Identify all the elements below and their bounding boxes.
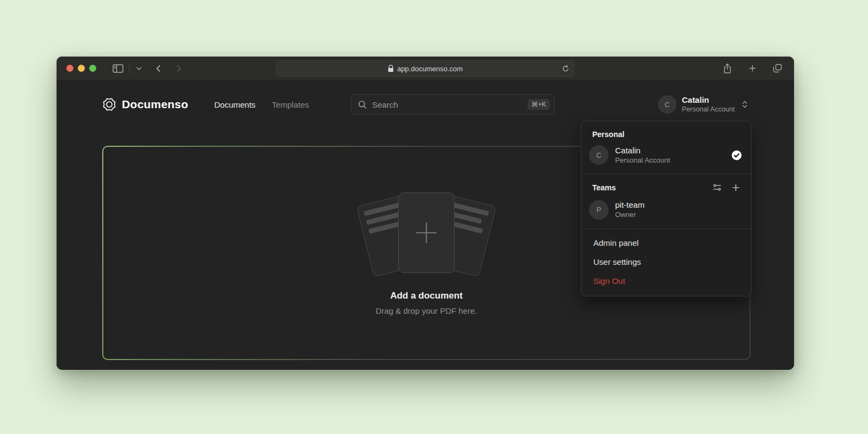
- menu-item-admin-panel[interactable]: Admin panel: [581, 233, 751, 252]
- teams-section-label: Teams: [592, 183, 704, 192]
- avatar: P: [589, 200, 609, 220]
- tab-overview-icon[interactable]: [771, 61, 784, 75]
- titlebar-divider: [129, 64, 129, 73]
- team-name: pit-team: [615, 200, 742, 210]
- menu-divider: [581, 173, 751, 174]
- personal-account-subtitle: Personal Account: [615, 156, 724, 165]
- dropzone-subtitle: Drag & drop your PDF here.: [376, 306, 478, 315]
- sidebar-toggle-icon[interactable]: [110, 62, 126, 75]
- dropzone-title: Add a document: [390, 290, 462, 301]
- menu-divider: [581, 228, 751, 229]
- avatar: C: [658, 95, 677, 114]
- search-bar[interactable]: ⌘+K: [351, 94, 555, 115]
- address-text: app.documenso.com: [397, 65, 463, 73]
- command-k-shortcut: ⌘+K: [528, 99, 550, 110]
- account-subtitle: Personal Account: [682, 106, 735, 114]
- search-icon: [358, 100, 367, 109]
- close-icon[interactable]: [66, 65, 73, 72]
- avatar: C: [589, 145, 609, 165]
- desktop-background: app.documenso.com: [0, 0, 868, 434]
- new-tab-icon[interactable]: [746, 62, 759, 75]
- documenso-brand[interactable]: Documenso: [102, 97, 188, 111]
- account-name: Catalin: [682, 95, 735, 106]
- nav-link-templates[interactable]: Templates: [272, 100, 309, 109]
- nav-link-documents[interactable]: Documents: [214, 100, 256, 109]
- share-icon[interactable]: [721, 61, 734, 76]
- selector-icon: [741, 100, 748, 109]
- app-content: Documenso Documents Templates ⌘+K C: [57, 80, 794, 369]
- menu-items: Admin panel User settings Sign Out: [581, 230, 751, 293]
- plus-icon: [414, 220, 439, 245]
- forward-icon[interactable]: [173, 62, 184, 75]
- document-cards-illustration: [350, 190, 503, 276]
- menu-item-user-settings[interactable]: User settings: [581, 252, 751, 271]
- personal-section-label: Personal: [581, 123, 751, 144]
- menu-item-sign-out[interactable]: Sign Out: [581, 271, 751, 290]
- chevron-down-icon[interactable]: [134, 64, 144, 73]
- team-role: Owner: [615, 210, 742, 220]
- lock-icon: [388, 65, 394, 72]
- personal-account-name: Catalin: [615, 145, 724, 156]
- check-circle-icon: [731, 150, 742, 161]
- address-bar[interactable]: app.documenso.com: [276, 60, 574, 77]
- titlebar-right-actions: [721, 61, 784, 76]
- brand-name: Documenso: [122, 98, 188, 111]
- minimize-icon[interactable]: [78, 65, 85, 72]
- account-menu-trigger[interactable]: C Catalin Personal Account: [658, 95, 748, 114]
- primary-nav: Documents Templates: [214, 100, 309, 109]
- account-dropdown-menu: Personal C Catalin Personal Account: [581, 121, 752, 296]
- browser-window: app.documenso.com: [57, 57, 794, 370]
- browser-titlebar: app.documenso.com: [57, 57, 794, 80]
- back-icon[interactable]: [153, 62, 164, 75]
- manage-teams-icon[interactable]: [711, 182, 723, 193]
- window-controls: [66, 65, 96, 72]
- search-input[interactable]: [372, 100, 523, 109]
- teams-section-header: Teams: [581, 175, 751, 199]
- personal-account-item[interactable]: C Catalin Personal Account: [581, 144, 751, 172]
- zoom-icon[interactable]: [89, 65, 96, 72]
- team-item-pit-team[interactable]: P pit-team Owner: [581, 199, 751, 227]
- add-team-icon[interactable]: [730, 182, 741, 193]
- document-card-center: [398, 193, 455, 273]
- reload-icon[interactable]: [562, 65, 569, 72]
- documenso-logo-icon: [102, 97, 116, 111]
